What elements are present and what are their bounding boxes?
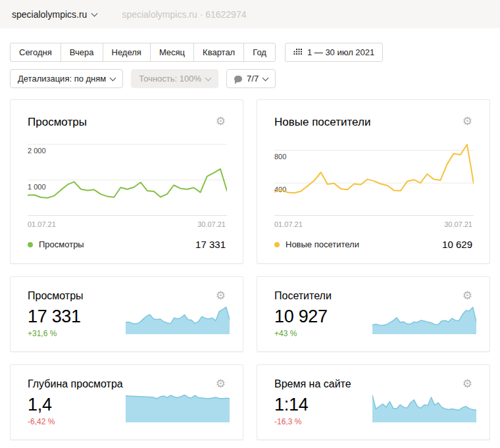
- card-header: Глубина просмотра ⚙: [28, 378, 226, 390]
- settings-gear-icon[interactable]: ⚙: [216, 290, 226, 301]
- period-button-today[interactable]: Сегодня: [10, 43, 61, 62]
- svg-text:800: 800: [274, 153, 286, 161]
- card-title: Просмотры: [28, 290, 84, 302]
- widgets-grid: Просмотры ⚙ 2 0001 000 01.07.21 30.07.21…: [10, 99, 490, 440]
- svg-text:1 000: 1 000: [28, 183, 46, 191]
- accuracy-label: Точность: 100%: [139, 74, 201, 84]
- new-visitors-line-chart[interactable]: 800400: [274, 142, 474, 216]
- period-button-yesterday[interactable]: Вчера: [61, 43, 103, 62]
- x-axis-end-date: 30.07.21: [444, 220, 472, 228]
- chart-legend[interactable]: Просмотры 17 331: [28, 239, 226, 250]
- chart-legend[interactable]: Новые посетители 10 629: [274, 239, 472, 250]
- comment-bubble-icon: [234, 76, 242, 82]
- card-header: Просмотры ⚙: [28, 290, 226, 302]
- card-title: Глубина просмотра: [28, 378, 123, 390]
- x-axis-labels: 01.07.21 30.07.21: [28, 220, 226, 228]
- settings-gear-icon[interactable]: ⚙: [463, 116, 472, 127]
- chevron-down-icon: [205, 74, 212, 81]
- period-selector: Сегодня Вчера Неделя Месяц Квартал Год: [10, 43, 276, 62]
- views-line-chart[interactable]: 2 0001 000: [28, 142, 227, 216]
- period-button-year[interactable]: Год: [243, 43, 276, 62]
- views-summary-card: Просмотры ⚙ 17 331 +31,6 %: [10, 276, 243, 352]
- legend-label: Просмотры: [39, 239, 84, 249]
- chevron-down-icon: [262, 74, 269, 81]
- detalization-dropdown[interactable]: Детализация: по дням: [10, 69, 123, 88]
- detalization-label: Детализация: по дням: [18, 74, 106, 84]
- views-chart-card: Просмотры ⚙ 2 0001 000 01.07.21 30.07.21…: [10, 99, 243, 264]
- svg-text:2 000: 2 000: [28, 147, 46, 155]
- goals-label: 7/7: [247, 74, 259, 84]
- legend-total-value: 17 331: [195, 239, 226, 250]
- x-axis-labels: 01.07.21 30.07.21: [274, 220, 472, 228]
- card-title: Посетители: [274, 290, 332, 302]
- period-toolbar-row: Сегодня Вчера Неделя Месяц Квартал Год 1…: [10, 43, 490, 62]
- yandex-metrica-dashboard: specialolympics.ru specialolympics.ru · …: [0, 0, 500, 440]
- legend-dot-icon: [274, 242, 280, 247]
- site-switcher[interactable]: specialolympics.ru: [12, 9, 97, 20]
- visitors-summary-card: Посетители ⚙ 10 927 +43 %: [257, 276, 490, 352]
- time-sparkline: [372, 393, 476, 422]
- settings-gear-icon[interactable]: ⚙: [216, 378, 226, 389]
- accuracy-dropdown[interactable]: Точность: 100%: [131, 69, 218, 88]
- depth-summary-card: Глубина просмотра ⚙ 1,4 -6,42 %: [10, 364, 243, 440]
- period-button-week[interactable]: Неделя: [103, 43, 151, 62]
- depth-sparkline: [126, 393, 230, 422]
- toolbar: Сегодня Вчера Неделя Месяц Квартал Год 1…: [0, 28, 500, 88]
- card-title: Просмотры: [28, 116, 87, 129]
- settings-gear-icon[interactable]: ⚙: [216, 116, 226, 127]
- period-button-quarter[interactable]: Квартал: [193, 43, 244, 62]
- site-name: specialolympics.ru: [12, 9, 87, 20]
- options-toolbar-row: Детализация: по дням Точность: 100% 7/7: [10, 69, 490, 88]
- settings-gear-icon[interactable]: ⚙: [463, 378, 472, 389]
- visitors-sparkline: [372, 305, 476, 334]
- card-header: Новые посетители ⚙: [274, 116, 472, 129]
- x-axis-start-date: 01.07.21: [28, 220, 56, 228]
- card-title: Время на сайте: [274, 378, 351, 390]
- x-axis-end-date: 30.07.21: [197, 220, 226, 228]
- chevron-down-icon: [110, 74, 116, 81]
- card-header: Посетители ⚙: [274, 290, 472, 302]
- x-axis-start-date: 01.07.21: [274, 220, 303, 228]
- card-header: Просмотры ⚙: [28, 116, 226, 129]
- period-button-month[interactable]: Месяц: [150, 43, 194, 62]
- legend-total-value: 10 629: [442, 239, 472, 250]
- legend-label: Новые посетители: [286, 239, 359, 249]
- card-title: Новые посетители: [274, 116, 370, 129]
- topbar: specialolympics.ru specialolympics.ru · …: [0, 0, 500, 28]
- settings-gear-icon[interactable]: ⚙: [463, 290, 472, 301]
- legend-dot-icon: [28, 242, 33, 247]
- views-sparkline: [126, 305, 230, 334]
- time-summary-card: Время на сайте ⚙ 1:14 -16,3 %: [257, 364, 490, 440]
- calendar-grid-icon: [293, 49, 302, 56]
- goals-dropdown[interactable]: 7/7: [226, 69, 276, 88]
- card-header: Время на сайте ⚙: [274, 378, 472, 390]
- date-range-button[interactable]: 1 — 30 июл 2021: [285, 43, 383, 62]
- site-meta-label: specialolympics.ru · 61622974: [122, 9, 246, 20]
- date-range-label: 1 — 30 июл 2021: [307, 47, 374, 57]
- chevron-down-icon: [91, 10, 98, 16]
- new-visitors-chart-card: Новые посетители ⚙ 800400 01.07.21 30.07…: [257, 99, 490, 264]
